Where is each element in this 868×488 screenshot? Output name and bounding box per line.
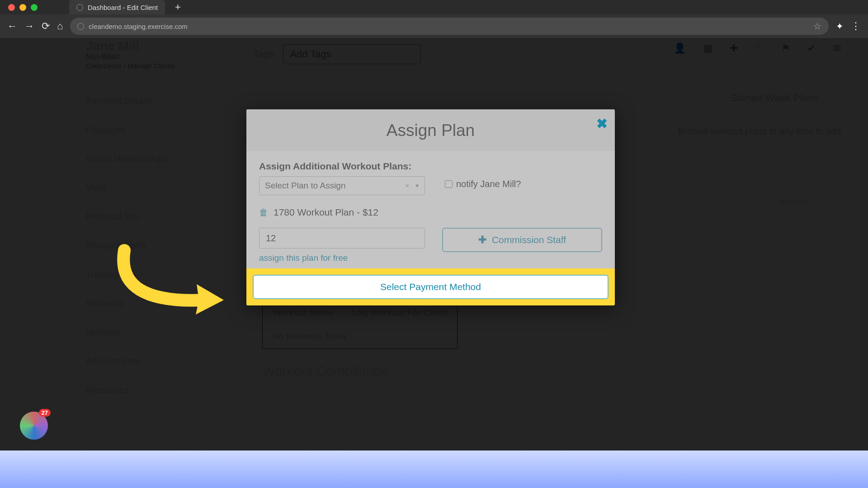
bookmark-icon[interactable]: ☆ bbox=[813, 21, 821, 32]
maximize-window-icon[interactable] bbox=[31, 4, 38, 11]
window-controls bbox=[8, 4, 38, 11]
presentation-band bbox=[0, 450, 868, 488]
help-badge: 27 bbox=[39, 409, 51, 417]
select-payment-label: Select Payment Method bbox=[380, 282, 481, 292]
url-text: cleandemo.staging.exercise.com bbox=[89, 23, 187, 30]
help-widget[interactable]: 27 bbox=[20, 412, 48, 440]
select-payment-button[interactable]: Select Payment Method bbox=[253, 275, 609, 299]
close-window-icon[interactable] bbox=[8, 4, 15, 11]
home-button[interactable]: ⌂ bbox=[57, 20, 63, 32]
tab-bar: Dashboard - Edit Client + bbox=[0, 0, 868, 14]
browser-tab[interactable]: Dashboard - Edit Client bbox=[69, 0, 165, 14]
assign-plan-modal: ✖ Assign Plan Assign Additional Workout … bbox=[246, 109, 615, 305]
address-bar[interactable]: cleandemo.staging.exercise.com ☆ bbox=[70, 18, 829, 35]
browser-chrome: Dashboard - Edit Client + ← → ⟳ ⌂ cleand… bbox=[0, 0, 868, 38]
minimize-window-icon[interactable] bbox=[19, 4, 26, 11]
globe-icon bbox=[76, 4, 83, 11]
forward-button[interactable]: → bbox=[24, 20, 34, 32]
tab-title: Dashboard - Edit Client bbox=[88, 4, 158, 11]
back-button[interactable]: ← bbox=[7, 20, 17, 32]
close-icon[interactable]: ✖ bbox=[596, 116, 608, 131]
modal-footer-highlight: Select Payment Method bbox=[246, 268, 615, 305]
browser-toolbar: ← → ⟳ ⌂ cleandemo.staging.exercise.com ☆… bbox=[0, 14, 868, 38]
extensions-icon[interactable]: ✦ bbox=[836, 21, 844, 32]
reload-button[interactable]: ⟳ bbox=[42, 20, 50, 32]
globe-icon bbox=[77, 23, 84, 30]
new-tab-button[interactable]: + bbox=[175, 1, 181, 13]
page: Jane Mill Non-Billed CleanDemo / Manage … bbox=[0, 38, 868, 450]
kebab-menu-icon[interactable]: ⋮ bbox=[851, 20, 861, 32]
